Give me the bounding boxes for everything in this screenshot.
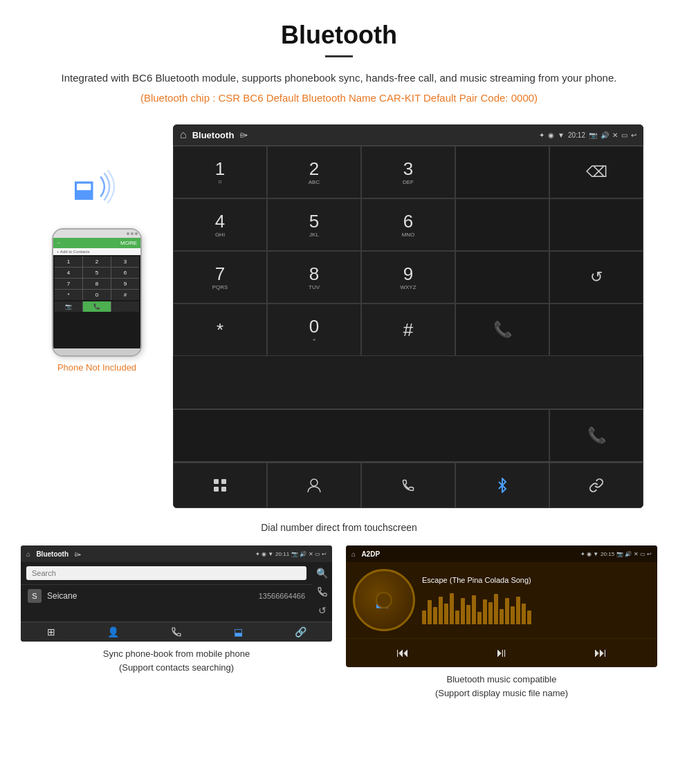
music-block: ⌂ A2DP ✦ ◉ ▼ 20:15 📷 🔊 ✕ ▭ ↩ ⬓ ♪ [346,545,657,700]
screen-topbar: ⌂ Bluetooth ⌲ ✦ ◉ ▼ 20:12 📷 🔊 ✕ ▭ ↩ [173,124,643,145]
phonebook-topbar: ⌂ Bluetooth ⌲ ✦ ◉ ▼ 20:11 📷 🔊 ✕ ▭ ↩ [21,545,332,562]
svg-rect-2 [221,479,226,484]
search-input[interactable] [26,566,306,580]
viz-bar [516,597,520,624]
key-0[interactable]: 0+ [267,304,361,356]
phonebook-block: ⌂ Bluetooth ⌲ ✦ ◉ ▼ 20:11 📷 🔊 ✕ ▭ ↩ [21,545,332,700]
contact-name: Seicane [47,591,259,601]
pb-home-icon: ⌂ [26,550,30,558]
phonebook-area: S Seicane 13566664466 🔍 ↺ [21,562,332,622]
search-row [21,562,312,584]
call-red-key[interactable]: 📞 [549,409,643,462]
key-6[interactable]: 6MNO [361,198,455,251]
call-green-key[interactable]: 📞 [455,304,549,356]
key-2[interactable]: 2ABC [267,146,361,198]
viz-bar [511,606,515,624]
viz-bar [472,595,476,624]
bottom-bluetooth-icon[interactable] [455,463,549,508]
pb-bt-bottom-icon[interactable]: ⬓ [234,626,243,637]
viz-bar [433,607,437,624]
key-8[interactable]: 8TUV [267,251,361,304]
title-divider [325,55,353,57]
music-time: 20:15 [601,551,614,557]
phone-not-included-label: Phone Not Included [57,362,136,373]
dialpad-caption: Dial number direct from touchscreen [0,522,678,533]
key-hash[interactable]: # [361,304,455,356]
viz-bar [522,604,526,624]
viz-bar [428,600,432,624]
bottom-phone-icon[interactable] [361,463,455,508]
refresh-key[interactable]: ↺ [549,251,643,304]
empty-cell-1 [455,198,549,251]
svg-rect-4 [221,487,226,492]
key-star[interactable]: * [173,304,267,356]
viz-bar [477,612,482,624]
music-controls: ⏮ ⏯ ⏭ [346,638,657,667]
phone-call-row: 📷 📞 [55,301,139,312]
key-7[interactable]: 7PQRS [173,251,267,304]
phonebook-main: S Seicane 13566664466 [21,562,312,622]
key-5[interactable]: 5JKL [267,198,361,251]
music-album-art: ⬓ ♪ [353,569,415,631]
music-screen: ⌂ A2DP ✦ ◉ ▼ 20:15 📷 🔊 ✕ ▭ ↩ ⬓ ♪ [346,545,657,667]
contact-letter: S [28,589,42,603]
viz-bar [422,610,426,624]
viz-bar [527,610,531,624]
bottom-screenshots: ⌂ Bluetooth ⌲ ✦ ◉ ▼ 20:11 📷 🔊 ✕ ▭ ↩ [0,545,678,700]
phone-screen: ← MORE + Add to Contacts 1 2 3 4 5 6 7 8… [53,238,140,348]
page-title: Bluetooth [42,21,636,50]
svg-point-5 [311,479,318,486]
key-1[interactable]: 1⌑ [173,146,267,198]
svg-rect-3 [214,487,219,492]
pb-link-bottom-icon[interactable]: 🔗 [295,626,306,637]
bottom-link-icon[interactable] [549,463,643,508]
svg-text:⬓: ⬓ [375,592,390,610]
pb-phone-bottom-icon[interactable] [171,626,182,637]
bluetooth-signal-area: ⬓ [69,166,125,221]
bt-music-icon: ⬓ ♪ [374,590,394,610]
pb-time: 20:11 [275,551,289,557]
phone-section: ⬓ ← MORE + Add to Contacts [21,124,173,508]
music-topbar: ⌂ A2DP ✦ ◉ ▼ 20:15 📷 🔊 ✕ ▭ ↩ [346,545,657,562]
pb-refresh-icon[interactable]: ↺ [318,605,327,616]
dialpad-grid: 1⌑ 2ABC 3DEF ⌫ 4GHI 5JKL 6MNO [173,145,643,409]
home-icon: ⌂ [180,129,187,141]
bottom-person-icon[interactable] [267,463,361,508]
viz-bar [439,597,443,624]
bottom-grid-icon[interactable] [173,463,267,508]
empty-cell-2 [549,198,643,251]
pb-grid-icon[interactable]: ⊞ [47,626,55,637]
backspace-key[interactable]: ⌫ [549,146,643,198]
viz-bar [488,602,493,624]
music-main-area: ⬓ ♪ Escape (The Pina Colada Song) [346,562,657,638]
next-button[interactable]: ⏭ [594,646,607,660]
phone-bottom-bar [53,348,140,355]
phone-dialpad: 1 2 3 4 5 6 7 8 9 * 0 # [55,256,139,300]
key-9[interactable]: 9WXYZ [361,251,455,304]
topbar-right: ✦ ◉ ▼ 20:12 📷 🔊 ✕ ▭ ↩ [539,131,636,139]
viz-bar [494,594,498,624]
phonebook-bottom-bar: ⊞ 👤 ⬓ 🔗 [21,622,332,642]
svg-text:⬓: ⬓ [73,177,94,202]
pb-usb-icon: ⌲ [74,550,81,558]
prev-button[interactable]: ⏮ [396,646,409,660]
contact-row: S Seicane 13566664466 [21,584,312,607]
pb-person-icon[interactable]: 👤 [107,626,119,637]
pb-phone-icon[interactable] [317,586,328,598]
usb-icon: ⌲ [239,130,248,140]
key-4[interactable]: 4GHI [173,198,267,251]
phonebook-screen: ⌂ Bluetooth ⌲ ✦ ◉ ▼ 20:11 📷 🔊 ✕ ▭ ↩ [21,545,332,642]
pb-search-icon[interactable]: 🔍 [316,568,328,579]
viz-bar [505,598,509,624]
music-home-icon: ⌂ [351,550,356,558]
viz-bar [461,598,465,624]
viz-bar [500,609,504,624]
phonebook-caption: Sync phone-book from mobile phone (Suppo… [21,647,332,674]
play-pause-button[interactable]: ⏯ [495,646,508,660]
topbar-bt-label: Bluetooth [192,130,235,140]
key-3[interactable]: 3DEF [361,146,455,198]
viz-bar [483,599,487,624]
bluetooth-specs: (Bluetooth chip : CSR BC6 Default Blueto… [42,92,636,104]
phone-mockup: ← MORE + Add to Contacts 1 2 3 4 5 6 7 8… [52,228,142,357]
viz-bar [450,593,454,624]
